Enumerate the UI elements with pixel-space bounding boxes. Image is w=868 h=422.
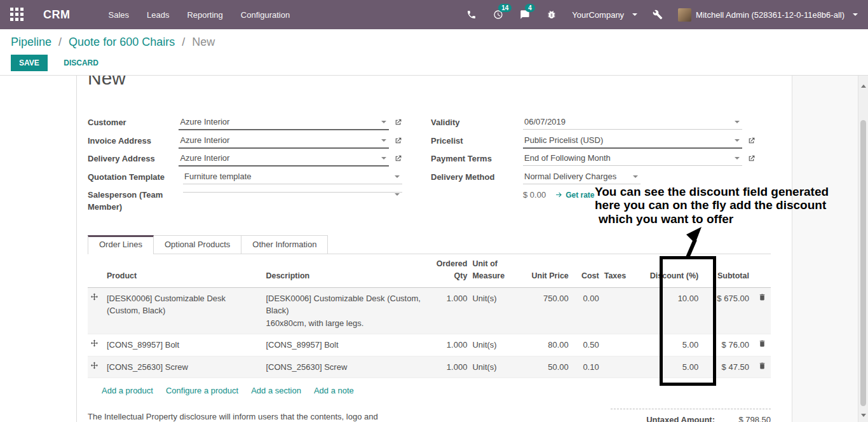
column-unit-of-measure: Unit of Measure <box>470 254 526 287</box>
tab-other-information[interactable]: Other Information <box>241 235 328 254</box>
cell-uom[interactable]: Unit(s) <box>470 287 526 334</box>
cell-taxes[interactable] <box>602 356 641 378</box>
column-ordered-qty: Ordered Qty <box>434 254 470 287</box>
cell-product[interactable]: [CONS_25630] Screw <box>104 356 263 378</box>
phone-icon[interactable] <box>465 8 478 21</box>
cell-cost[interactable]: 0.10 <box>571 356 602 378</box>
cell-description[interactable]: [CONS_89957] Bolt <box>263 334 433 357</box>
delete-row-trash-icon[interactable] <box>758 361 766 374</box>
scrollbar-thumb[interactable] <box>860 120 866 406</box>
cell-qty[interactable]: 1.000 <box>434 287 470 334</box>
payment-terms-field[interactable]: End of Following Month <box>523 150 742 166</box>
customer-field[interactable]: Azure Interior <box>179 114 389 130</box>
cell-description[interactable]: [CONS_25630] Screw <box>263 356 433 378</box>
column-product: Product <box>104 254 263 287</box>
cell-cost[interactable]: 0.50 <box>571 334 602 357</box>
menu-sales[interactable]: Sales <box>109 10 130 20</box>
cell-unit-price[interactable]: 750.00 <box>526 287 571 334</box>
chevron-down-icon <box>632 13 637 16</box>
menu-leads[interactable]: Leads <box>147 10 169 20</box>
cell-unit-price[interactable]: 80.00 <box>526 334 571 357</box>
validity-field[interactable]: 06/07/2019 <box>523 114 742 130</box>
cell-qty[interactable]: 1.000 <box>434 356 470 378</box>
cell-uom[interactable]: Unit(s) <box>470 334 526 357</box>
discard-button[interactable]: DISCARD <box>55 55 107 71</box>
cell-unit-price[interactable]: 50.00 <box>526 356 571 378</box>
dropdown-caret-icon[interactable] <box>633 175 638 178</box>
add-section-link[interactable]: Add a section <box>251 386 301 395</box>
cell-product[interactable]: [DESK0006] Customizable Desk (Custom, Bl… <box>104 287 263 334</box>
external-link-icon[interactable] <box>747 136 756 147</box>
breadcrumb-pipeline[interactable]: Pipeline <box>11 36 51 48</box>
drag-handle-icon[interactable] <box>90 340 98 350</box>
invoice-address-field[interactable]: Azure Interior <box>179 132 389 149</box>
cell-cost[interactable]: 0.00 <box>571 287 602 334</box>
add-note-link[interactable]: Add a note <box>314 386 354 395</box>
delivery-address-field[interactable]: Azure Interior <box>179 150 389 167</box>
menu-reporting[interactable]: Reporting <box>187 10 222 20</box>
untaxed-amount-label: Untaxed Amount: <box>611 415 715 422</box>
app-title[interactable]: CRM <box>43 8 71 22</box>
delete-row-trash-icon[interactable] <box>758 292 766 305</box>
breadcrumb-quote[interactable]: Quote for 600 Chairs <box>69 36 175 48</box>
pricelist-field[interactable]: Public Pricelist (USD) <box>523 132 742 149</box>
field-row-payment-terms: Payment Terms End of Following Month <box>431 150 756 168</box>
tab-order-lines[interactable]: Order Lines <box>88 235 154 254</box>
dropdown-caret-icon[interactable] <box>735 121 740 123</box>
quotation-template-field[interactable]: Furniture template <box>183 168 402 184</box>
field-row-customer: Customer Azure Interior <box>88 114 402 132</box>
table-row[interactable]: [DESK0006] Customizable Desk (Custom, Bl… <box>88 287 771 334</box>
get-rate-link[interactable]: Get rate <box>555 191 594 200</box>
dropdown-caret-icon[interactable] <box>395 193 400 196</box>
delivery-method-field[interactable]: Normal Delivery Charges <box>523 168 641 184</box>
delete-row-trash-icon[interactable] <box>758 339 766 351</box>
menu-configuration[interactable]: Configuration <box>241 10 290 20</box>
cell-product[interactable]: [CONS_89957] Bolt <box>104 334 263 357</box>
tab-optional-products[interactable]: Optional Products <box>153 235 241 254</box>
notebook-tabs: Order Lines Optional Products Other Info… <box>88 235 771 254</box>
dropdown-caret-icon[interactable] <box>381 157 386 160</box>
vertical-scrollbar[interactable] <box>858 76 868 422</box>
scroll-down-arrow-icon[interactable] <box>861 414 866 417</box>
cell-qty[interactable]: 1.000 <box>434 334 470 357</box>
activities-clock-icon[interactable]: 14 <box>492 8 505 21</box>
cell-discount[interactable]: 5.00 <box>641 356 702 378</box>
dropdown-caret-icon[interactable] <box>381 121 386 123</box>
company-switcher[interactable]: YourCompany <box>572 10 637 20</box>
cell-taxes[interactable] <box>602 287 641 334</box>
dropdown-caret-icon[interactable] <box>735 139 740 142</box>
external-link-icon[interactable] <box>747 154 756 165</box>
dropdown-caret-icon[interactable] <box>735 157 740 160</box>
apps-grid-icon[interactable] <box>10 8 24 22</box>
cell-discount[interactable]: 5.00 <box>641 334 702 357</box>
field-label: Payment Terms <box>431 150 523 165</box>
cell-taxes[interactable] <box>602 334 641 357</box>
actions-column-header <box>752 254 771 287</box>
external-link-icon[interactable] <box>394 136 402 147</box>
configure-product-link[interactable]: Configure a product <box>166 386 238 395</box>
user-menu[interactable]: Mitchell Admin (528361-12-0-11e8b6-all) <box>678 8 858 22</box>
save-button[interactable]: SAVE <box>11 55 48 71</box>
debug-bug-icon[interactable] <box>545 8 558 21</box>
add-product-link[interactable]: Add a product <box>102 386 153 395</box>
external-link-icon[interactable] <box>394 154 402 165</box>
navbar-right: 14 4 YourCompany Mitchell Admin (528361-… <box>465 8 858 22</box>
tools-wrench-icon[interactable] <box>651 8 664 21</box>
dropdown-caret-icon[interactable] <box>395 175 400 178</box>
cell-uom[interactable]: Unit(s) <box>470 356 526 378</box>
drag-handle-icon[interactable] <box>90 294 98 303</box>
scroll-up-arrow-icon[interactable] <box>861 85 866 88</box>
table-row[interactable]: [CONS_25630] Screw [CONS_25630] Screw 1.… <box>88 356 771 378</box>
external-link-icon[interactable] <box>394 118 402 129</box>
drag-handle-icon[interactable] <box>90 362 98 372</box>
messages-count-badge: 4 <box>525 4 535 12</box>
delivery-price: $ 0.00 <box>523 190 546 200</box>
dropdown-caret-icon[interactable] <box>381 139 386 142</box>
sheet-footer: The Intellectual Property disclosure wil… <box>88 409 771 422</box>
cell-description[interactable]: [DESK0006] Customizable Desk (Custom, Bl… <box>263 287 433 334</box>
messages-chat-icon[interactable]: 4 <box>519 8 531 21</box>
field-label: Customer <box>88 114 179 129</box>
cell-discount[interactable]: 10.00 <box>641 287 702 334</box>
salesperson-field[interactable] <box>183 186 402 193</box>
table-row[interactable]: [CONS_89957] Bolt [CONS_89957] Bolt 1.00… <box>88 334 771 357</box>
